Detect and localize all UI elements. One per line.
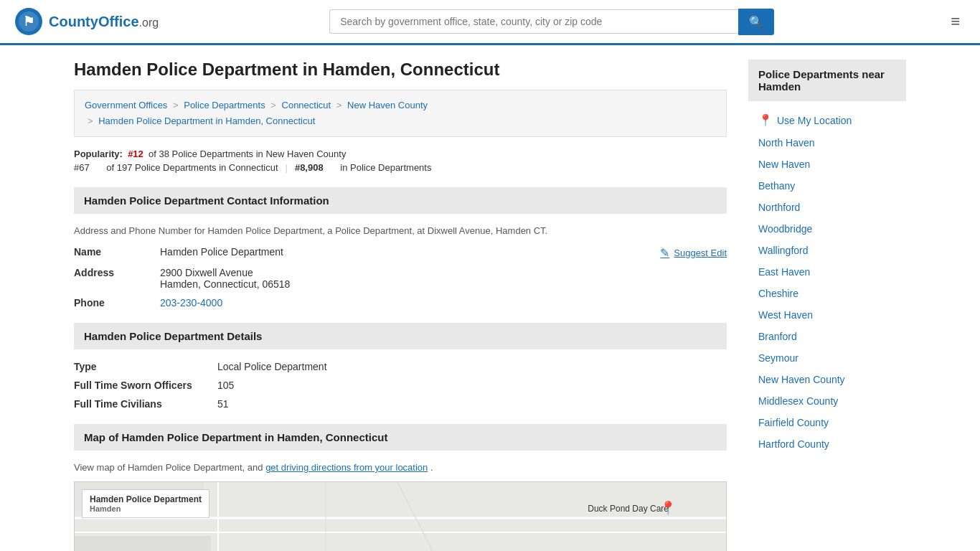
directions-link[interactable]: get driving directions from your locatio… [265,462,428,473]
map-wrapper: Map of Hamden Police Department in Hamde… [74,424,727,551]
rank1-desc: of 38 Police Departments in New Haven Co… [149,149,346,159]
page-title: Hamden Police Department in Hamden, Conn… [74,60,727,80]
rank3-num: #8,908 [295,162,324,173]
sidebar-item-bethany[interactable]: Bethany [748,175,906,197]
contact-section-header: Hamden Police Department Contact Informa… [74,187,727,214]
contact-section-body: Address and Phone Number for Hamden Poli… [74,225,727,309]
suggest-edit-label: Suggest Edit [674,248,727,258]
map-pin-icon: 📍 [660,500,676,516]
phone-value: 203-230-4000 [160,297,727,309]
map-section-header: Map of Hamden Police Department in Hamde… [74,424,727,451]
phone-label: Phone [74,297,160,309]
rank1-num: #12 [128,149,143,159]
sidebar-item-hartford-county[interactable]: Hartford County [748,433,906,455]
name-value: Hamden Police Department [160,246,660,258]
phone-link[interactable]: 203-230-4000 [160,297,222,309]
breadcrumb-police-depts[interactable]: Police Departments [184,100,265,110]
logo-text: CountyOffice.org [49,14,159,30]
sidebar-item-north-haven[interactable]: North Haven [748,132,906,154]
sidebar-item-east-haven[interactable]: East Haven [748,261,906,283]
search-area: 🔍 [329,9,774,35]
breadcrumb-new-haven-county[interactable]: New Haven County [347,100,428,110]
rank2-num: #67 [74,162,90,173]
map-overlay-label: Hamden Police Department Hamden [82,489,209,518]
address-value: 2900 Dixwell Avenue Hamden, Connecticut,… [160,267,727,290]
sidebar-item-wallingford[interactable]: Wallingford [748,240,906,261]
logo-area: ⚑ CountyOffice.org [14,7,159,36]
type-row: Type Local Police Department [74,361,727,372]
type-value: Local Police Department [217,361,727,372]
sidebar-item-seymour[interactable]: Seymour [748,347,906,369]
sworn-label: Full Time Sworn Officers [74,380,217,391]
details-wrapper: Hamden Police Department Details Type Lo… [74,323,727,410]
svg-rect-10 [75,536,211,551]
logo-icon: ⚑ [14,7,43,36]
address-row: Address 2900 Dixwell Avenue Hamden, Conn… [74,267,727,290]
sworn-value: 105 [217,380,727,391]
suggest-edit-icon: ✎ [660,246,669,260]
breadcrumb-current[interactable]: Hamden Police Department in Hamden, Conn… [98,116,315,126]
breadcrumb-gov-offices[interactable]: Government Offices [85,100,167,110]
civilians-value: 51 [217,398,727,410]
rank2-desc: of 197 Police Departments in Connecticut [106,162,278,173]
sidebar: Police Departments near Hamden 📍 Use My … [748,60,906,551]
name-row: Name Hamden Police Department ✎ Suggest … [74,246,727,260]
menu-button[interactable]: ≡ [945,9,966,34]
use-my-location-link[interactable]: 📍 Use My Location [748,108,906,132]
popularity-section: Popularity: #12 of 38 Police Departments… [74,149,727,173]
search-icon: 🔍 [749,16,763,28]
breadcrumb-connecticut[interactable]: Connecticut [282,100,331,110]
sidebar-item-branford[interactable]: Branford [748,326,906,347]
sidebar-item-middlesex-county[interactable]: Middlesex County [748,390,906,412]
sidebar-item-woodbridge[interactable]: Woodbridge [748,218,906,240]
hamburger-icon: ≡ [951,12,960,30]
details-section-header: Hamden Police Department Details [74,323,727,349]
main-container: Hamden Police Department in Hamden, Conn… [60,45,920,551]
map-right-label: Duck Pond Day Care [588,504,669,514]
phone-row: Phone 203-230-4000 [74,297,727,309]
civilians-row: Full Time Civilians 51 [74,398,727,410]
header: ⚑ CountyOffice.org 🔍 ≡ [0,0,980,45]
sidebar-item-new-haven[interactable]: New Haven [748,154,906,175]
civilians-label: Full Time Civilians [74,398,217,410]
search-input[interactable] [329,9,738,34]
suggest-edit-button[interactable]: ✎ Suggest Edit [660,246,727,260]
sidebar-item-northford[interactable]: Northford [748,197,906,218]
breadcrumb: Government Offices > Police Departments … [74,90,727,137]
address-line1: 2900 Dixwell Avenue [160,267,727,278]
sidebar-item-fairfield-county[interactable]: Fairfield County [748,412,906,433]
content-area: Hamden Police Department in Hamden, Conn… [74,60,727,551]
sidebar-item-west-haven[interactable]: West Haven [748,304,906,326]
address-line2: Hamden, Connecticut, 06518 [160,278,727,290]
type-label: Type [74,361,217,372]
search-button[interactable]: 🔍 [738,9,774,35]
map-description: View map of Hamden Police Department, an… [74,462,727,473]
contact-description: Address and Phone Number for Hamden Poli… [74,225,727,236]
name-label: Name [74,246,160,258]
sidebar-item-new-haven-county[interactable]: New Haven County [748,369,906,390]
popularity-label: Popularity: [74,149,123,159]
location-pin-icon: 📍 [758,113,773,127]
address-label: Address [74,267,160,278]
svg-text:⚑: ⚑ [23,14,34,29]
sworn-row: Full Time Sworn Officers 105 [74,380,727,391]
rank3-desc: in Police Departments [340,162,431,173]
use-location-label: Use My Location [777,115,852,126]
sidebar-item-cheshire[interactable]: Cheshire [748,283,906,304]
map-placeholder[interactable]: Hamden Police Department Hamden Duck Pon… [74,481,727,551]
sidebar-header: Police Departments near Hamden [748,60,906,101]
